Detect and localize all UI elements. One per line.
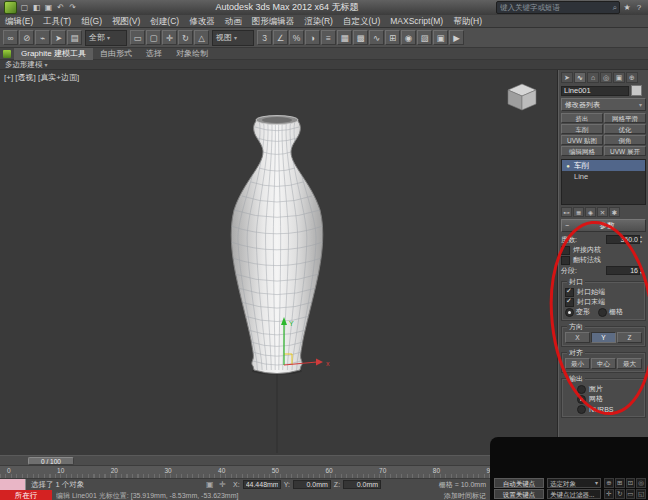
track-bar[interactable]: 0102030405060708090100 <box>0 465 558 478</box>
reference-coordinate-dropdown[interactable]: 视图▾ <box>212 30 254 46</box>
menu-item[interactable]: 工具(T) <box>38 15 76 27</box>
selection-lock-icon[interactable]: ▣ <box>206 480 214 489</box>
help-icon[interactable]: ? <box>634 3 644 12</box>
utilities-tab[interactable]: ⊕ <box>626 72 638 83</box>
schematic-view-icon[interactable]: ⊞ <box>385 30 400 45</box>
unlink-selection-icon[interactable]: ⊘ <box>19 30 34 45</box>
region-zoom-icon[interactable]: ▭ <box>626 489 636 499</box>
select-and-link-icon[interactable]: ∞ <box>3 30 18 45</box>
menu-item[interactable]: 自定义(U) <box>338 15 385 27</box>
make-unique-icon[interactable]: ◈ <box>585 207 596 217</box>
align-center-button[interactable]: 中心 <box>591 358 616 369</box>
modifier-preset-button[interactable]: UVW 展开 <box>604 146 646 156</box>
zoom-icon[interactable]: ⊕ <box>604 478 614 488</box>
weld-core-checkbox[interactable]: 焊接内核 <box>561 245 646 255</box>
search-icon[interactable]: ⌕ <box>613 3 617 13</box>
direction-x-button[interactable]: X <box>565 332 590 343</box>
cap-end-checkbox[interactable]: 封口末端 <box>565 297 642 307</box>
ribbon-tab[interactable]: 自由形式 <box>93 48 139 60</box>
cap-start-checkbox[interactable]: 封口始端 <box>565 287 642 297</box>
modifier-preset-button[interactable]: 倒角 <box>604 135 646 145</box>
modifier-preset-button[interactable]: 车削 <box>561 124 603 134</box>
open-file-icon[interactable]: ◧ <box>31 2 42 13</box>
degrees-spinner[interactable]: ▴▾ <box>640 235 646 244</box>
select-and-rotate-icon[interactable]: ↻ <box>178 30 193 45</box>
menu-item[interactable]: 图形编辑器 <box>247 15 300 27</box>
time-slider-handle[interactable]: 0 / 100 <box>28 457 74 465</box>
curve-editor-icon[interactable]: ∿ <box>369 30 384 45</box>
vase-model[interactable] <box>231 116 323 374</box>
add-time-tag[interactable]: 添加时间标记 <box>398 490 486 500</box>
bind-to-spacewarp-icon[interactable]: ⌁ <box>35 30 50 45</box>
redo-icon[interactable]: ↷ <box>67 2 78 13</box>
menu-item[interactable]: 帮助(H) <box>448 15 487 27</box>
select-and-move-icon[interactable]: ✛ <box>162 30 177 45</box>
flip-normals-checkbox[interactable]: 翻转法线 <box>561 255 646 265</box>
object-color-swatch[interactable] <box>631 85 642 96</box>
rectangular-selection-region-icon[interactable]: ▭ <box>130 30 145 45</box>
modifier-preset-button[interactable]: 编辑网格 <box>561 146 603 156</box>
align-icon[interactable]: ≡ <box>321 30 336 45</box>
stack-item-lathe[interactable]: ● 车削 <box>562 160 645 171</box>
segments-field[interactable] <box>606 266 640 275</box>
show-end-result-icon[interactable]: ≣ <box>573 207 584 217</box>
menu-item[interactable]: 视图(V) <box>107 15 145 27</box>
modifier-preset-button[interactable]: UVW 贴图 <box>561 135 603 145</box>
modify-tab[interactable]: ∿ <box>574 72 586 83</box>
undo-icon[interactable]: ↶ <box>55 2 66 13</box>
auto-key-button[interactable]: 自动关键点 <box>494 478 544 488</box>
create-tab[interactable]: ➤ <box>561 72 573 83</box>
direction-y-button[interactable]: Y <box>591 332 616 343</box>
search-input[interactable] <box>499 3 613 12</box>
graphite-ribbon-toggle-icon[interactable]: ▩ <box>353 30 368 45</box>
modifier-list-dropdown[interactable]: 修改器列表▾ <box>561 98 646 111</box>
menu-item[interactable]: 渲染(R) <box>299 15 338 27</box>
view-cube[interactable] <box>508 84 536 110</box>
segments-spinner[interactable]: ▴▾ <box>640 266 646 275</box>
select-and-scale-icon[interactable]: △ <box>194 30 209 45</box>
menu-item[interactable]: 创建(C) <box>145 15 184 27</box>
direction-z-button[interactable]: Z <box>617 332 642 343</box>
window-crossing-toggle-icon[interactable]: ▢ <box>146 30 161 45</box>
z-coordinate-field[interactable] <box>343 480 381 489</box>
hierarchy-tab[interactable]: ⌂ <box>587 72 599 83</box>
select-object-icon[interactable]: ➤ <box>51 30 66 45</box>
motion-tab[interactable]: ◎ <box>600 72 612 83</box>
parameters-rollout-header[interactable]: − 参数 <box>561 219 646 232</box>
favorites-star-icon[interactable]: ★ <box>622 3 632 12</box>
menu-item[interactable]: 动画 <box>220 15 247 27</box>
x-coordinate-field[interactable] <box>243 480 281 489</box>
mirror-icon[interactable]: ◑ <box>305 30 320 45</box>
modifier-preset-button[interactable]: 挤出 <box>561 113 603 123</box>
modifier-preset-button[interactable]: 网格平滑 <box>604 113 646 123</box>
fov-icon[interactable]: ◎ <box>636 478 646 488</box>
time-slider[interactable]: 0 / 100 <box>0 455 558 465</box>
output-mesh-radio[interactable]: 网格 <box>565 394 642 404</box>
visibility-bulb-icon[interactable]: ● <box>564 163 572 169</box>
zoom-all-icon[interactable]: ⊞ <box>615 478 625 488</box>
grid-radio[interactable]: 栅格 <box>598 307 623 317</box>
stack-item-line[interactable]: Line <box>562 171 645 182</box>
morph-radio[interactable]: 变形 <box>565 307 590 317</box>
selected-object-dropdown[interactable]: 选定对象▾ <box>547 478 601 488</box>
menu-item[interactable]: MAXScript(M) <box>385 15 448 27</box>
polygon-modeling-bar[interactable]: 多边形建模▾ <box>0 60 648 70</box>
y-coordinate-field[interactable] <box>293 480 331 489</box>
remove-modifier-icon[interactable]: ✕ <box>597 207 608 217</box>
selection-filter-dropdown[interactable]: 全部▾ <box>85 30 127 46</box>
material-editor-icon[interactable]: ◉ <box>401 30 416 45</box>
snap-toggle-icon[interactable]: 3 <box>257 30 272 45</box>
ribbon-tab[interactable]: 选择 <box>139 48 169 60</box>
display-tab[interactable]: ▣ <box>613 72 625 83</box>
set-key-button[interactable]: 设置关键点 <box>494 489 544 499</box>
align-min-button[interactable]: 最小 <box>565 358 590 369</box>
rendered-frame-window-icon[interactable]: ▣ <box>433 30 448 45</box>
app-logo[interactable] <box>4 1 17 14</box>
ribbon-tab[interactable]: Graphite 建模工具 <box>14 48 93 60</box>
pin-stack-icon[interactable]: ⊷ <box>561 207 572 217</box>
menu-item[interactable]: 组(G) <box>76 15 107 27</box>
output-patch-radio[interactable]: 面片 <box>565 384 642 394</box>
angle-snap-icon[interactable]: ∠ <box>273 30 288 45</box>
pan-icon[interactable]: ✛ <box>604 489 614 499</box>
save-file-icon[interactable]: ▣ <box>43 2 54 13</box>
